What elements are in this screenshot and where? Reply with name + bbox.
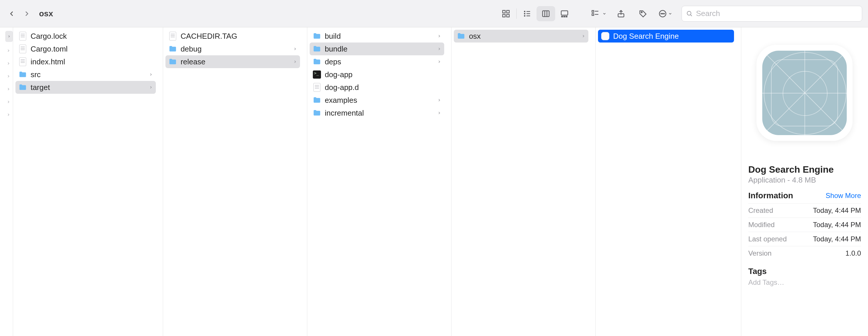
file-row[interactable]: deps [310, 55, 444, 68]
chevron-right-icon [437, 47, 441, 51]
file-row[interactable]: examples [310, 94, 444, 107]
svg-point-27 [687, 11, 691, 15]
file-name: src [31, 70, 145, 79]
sidebar-disclosure[interactable] [4, 83, 13, 96]
file-row[interactable]: incremental [310, 107, 444, 120]
chevron-right-icon [437, 34, 441, 38]
folder-icon [313, 57, 321, 66]
chevron-right-icon [437, 111, 441, 115]
svg-rect-15 [564, 16, 565, 17]
view-icons-button[interactable] [497, 6, 515, 21]
file-row[interactable]: debug [165, 42, 300, 55]
file-name: deps [325, 57, 434, 66]
document-icon [18, 32, 27, 40]
preview-info-value: 1.0.0 [845, 249, 861, 257]
file-row[interactable]: dog-app.d [310, 81, 444, 94]
file-name: incremental [325, 109, 434, 117]
search-icon [686, 10, 693, 18]
svg-rect-16 [566, 16, 567, 17]
folder-icon [313, 32, 321, 40]
column-release: buildbundledepsdog-appdog-app.dexamplesi… [307, 27, 452, 336]
sidebar-disclosure[interactable] [4, 57, 13, 70]
file-row[interactable]: osx [454, 30, 588, 42]
file-name: debug [181, 44, 289, 54]
preview-pane: Dog Search Engine Application - 4.8 MB I… [741, 27, 868, 336]
svg-point-22 [641, 12, 642, 13]
svg-line-28 [691, 14, 692, 16]
file-row[interactable]: target [16, 81, 156, 94]
document-icon [18, 44, 27, 53]
more-actions-button[interactable] [656, 6, 675, 21]
file-row[interactable]: build [310, 30, 444, 42]
file-row[interactable]: Dog Search Engine [598, 30, 734, 42]
folder-icon [313, 96, 321, 104]
svg-rect-2 [503, 14, 505, 17]
search-input[interactable] [696, 9, 858, 18]
preview-icon [748, 27, 861, 164]
sidebar-collapsed [0, 27, 13, 336]
preview-info-row: CreatedToday, 4:44 PM [748, 203, 861, 217]
forward-button[interactable] [21, 8, 33, 20]
svg-point-26 [664, 13, 665, 14]
preview-title: Dog Search Engine [748, 164, 861, 175]
file-row[interactable]: release [165, 55, 300, 68]
search-field[interactable] [682, 6, 862, 22]
file-name: dog-app.d [325, 83, 441, 92]
svg-point-25 [662, 13, 663, 14]
toolbar: osx [0, 0, 868, 27]
svg-rect-18 [592, 14, 594, 15]
svg-rect-13 [561, 11, 568, 15]
sidebar-disclosure[interactable] [4, 44, 13, 57]
file-name: Cargo.lock [31, 32, 153, 41]
file-name: bundle [325, 44, 434, 54]
file-name: Cargo.toml [31, 44, 153, 54]
add-tags-field[interactable]: Add Tags… [748, 278, 861, 287]
view-list-button[interactable] [518, 6, 536, 21]
sidebar-disclosure[interactable] [4, 108, 13, 121]
preview-subtitle: Application - 4.8 MB [748, 175, 861, 184]
chevron-right-icon [437, 60, 441, 64]
app-icon [601, 32, 610, 40]
chevron-right-icon [149, 85, 153, 89]
chevron-right-icon [293, 60, 297, 64]
folder-icon [18, 70, 27, 79]
tag-button[interactable] [634, 6, 652, 21]
file-row[interactable]: index.html [16, 55, 156, 68]
document-icon [313, 83, 321, 92]
executable-icon [313, 70, 321, 79]
chevron-right-icon [581, 34, 586, 38]
preview-info-key: Last opened [748, 235, 787, 243]
file-name: osx [469, 32, 578, 41]
sidebar-disclosure[interactable] [4, 70, 13, 83]
folder-icon [168, 44, 177, 53]
document-icon [168, 32, 177, 40]
file-row[interactable]: src [16, 68, 156, 81]
preview-info-row: Last openedToday, 4:44 PM [748, 232, 861, 246]
column-browser: Cargo.lockCargo.tomlindex.htmlsrctargetC… [13, 27, 741, 336]
file-row[interactable]: dog-app [310, 68, 444, 81]
show-more-button[interactable]: Show More [826, 192, 861, 200]
svg-rect-1 [507, 10, 509, 13]
file-name: index.html [31, 57, 153, 66]
svg-rect-10 [542, 11, 549, 16]
svg-rect-3 [507, 14, 509, 17]
file-row[interactable]: CACHEDIR.TAG [165, 30, 300, 42]
preview-info-value: Today, 4:44 PM [813, 221, 861, 229]
view-columns-button[interactable] [536, 6, 555, 21]
back-button[interactable] [6, 8, 18, 20]
preview-info-key: Version [748, 249, 772, 257]
file-name: dog-app [325, 70, 441, 79]
file-name: build [325, 32, 434, 41]
sidebar-disclosure[interactable] [4, 96, 13, 108]
view-gallery-button[interactable] [555, 6, 574, 21]
file-row[interactable]: Cargo.lock [16, 30, 156, 42]
folder-icon [313, 44, 321, 53]
sidebar-expand-handle[interactable] [5, 31, 13, 42]
preview-info-value: Today, 4:44 PM [813, 206, 861, 214]
file-row[interactable]: Cargo.toml [16, 42, 156, 55]
file-name: Dog Search Engine [613, 32, 731, 41]
share-button[interactable] [612, 6, 630, 21]
svg-rect-14 [562, 16, 563, 17]
file-row[interactable]: bundle [310, 42, 444, 55]
group-by-button[interactable] [590, 6, 608, 21]
